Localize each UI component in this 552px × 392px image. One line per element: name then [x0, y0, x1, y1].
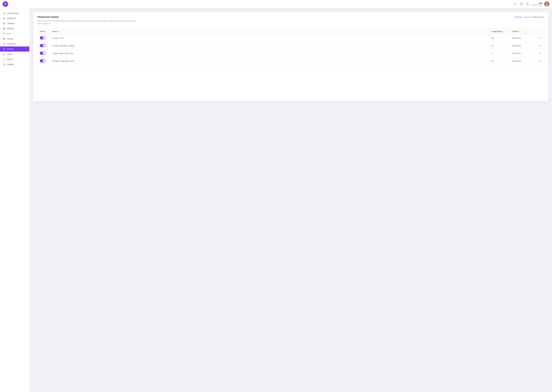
table-row: Canada - PTO902024-01-26 [37, 34, 544, 42]
cell-name: Canada - PTO [50, 34, 489, 42]
gear-icon [520, 3, 523, 5]
page-header: PROBATION PERIOD Dashboard / Add-ons / P… [37, 16, 544, 18]
trash-icon [538, 60, 541, 62]
sidebar-item-label: Import [7, 53, 26, 55]
avatar-image [544, 1, 549, 7]
main-content: PROBATION PERIOD Dashboard / Add-ons / P… [29, 8, 552, 392]
delete-button[interactable] [537, 52, 542, 55]
delete-button[interactable] [537, 59, 542, 63]
toggle-switch[interactable] [40, 59, 45, 63]
name-sort-arrows [58, 31, 59, 32]
trash-icon [538, 45, 541, 47]
toggle-switch[interactable] [40, 52, 45, 55]
sidebar-item-label: Add-ons [7, 48, 26, 50]
help-icon-button[interactable] [525, 2, 530, 6]
cell-name: Managers, Marketing - WFH [50, 57, 489, 65]
svg-rect-16 [4, 29, 5, 29]
header-right: Jane Vacation Tracker [513, 1, 549, 7]
table: Active Name [37, 29, 544, 65]
breadcrumb-addons[interactable]: Add-ons [524, 16, 530, 18]
sidebar-item-helpdesk[interactable]: Helpdesk [0, 62, 29, 67]
sidebar-item-notification[interactable]: Notification [0, 41, 29, 46]
sidebar-item-import[interactable]: Import [0, 52, 29, 57]
tag-icon [3, 48, 5, 50]
toggle-switch[interactable] [40, 44, 45, 47]
sidebar-item-label: Settings [7, 38, 26, 40]
table-header: Active Name [37, 29, 544, 34]
app-logo[interactable]: N [3, 1, 8, 7]
calendar-icon [3, 22, 5, 25]
cell-created: 2024-01-26 [510, 34, 535, 42]
cell-name: Canada, Marketing - Holiday [50, 42, 489, 49]
svg-point-18 [4, 39, 4, 39]
cell-length: 90 [489, 34, 510, 42]
cell-active [37, 57, 50, 65]
svg-rect-13 [3, 28, 4, 28]
sidebar-item-user[interactable]: User [0, 31, 29, 36]
sidebar-item-label: User [7, 33, 26, 35]
svg-marker-7 [3, 12, 5, 14]
cell-active [37, 34, 50, 42]
sidebar-item-settings[interactable]: Settings [0, 36, 29, 41]
header-left: N [3, 1, 8, 7]
grid-icon [3, 28, 5, 30]
sidebar-item-label: Dashboard [7, 17, 26, 19]
help-circle-icon [3, 63, 5, 65]
delete-button[interactable] [537, 44, 542, 47]
col-name-header[interactable]: Name [50, 29, 489, 34]
sidebar-item-label: Helpdesk [7, 63, 26, 65]
table-row: Support Team - Sick Leave22024-01-24 [37, 49, 544, 57]
volume-icon [514, 3, 516, 5]
user-subtitle: Vacation Tracker [531, 4, 543, 6]
sidebar-item-leave-request[interactable]: Leave Request [0, 11, 29, 16]
sort-up-icon [58, 31, 59, 31]
table-header-row: Active Name [37, 29, 544, 34]
table-row: Canada, Marketing - Holiday302024-01-26 [37, 42, 544, 49]
svg-rect-14 [4, 28, 5, 28]
sidebar-item-label: Leave Request [7, 12, 23, 14]
sort-down-icon [58, 32, 59, 32]
col-created-header[interactable]: Created [510, 29, 535, 34]
svg-point-5 [546, 2, 548, 4]
svg-rect-15 [3, 29, 4, 29]
cell-action [535, 34, 544, 42]
trash-icon [538, 52, 541, 54]
cell-action [535, 42, 544, 49]
bar-chart-icon [3, 58, 5, 60]
svg-rect-9 [3, 23, 5, 24]
chevron-down-icon [25, 12, 26, 14]
user-info: Jane Vacation Tracker [531, 2, 543, 6]
sidebar-item-label: Notification [7, 43, 26, 45]
clock-icon [3, 17, 5, 19]
svg-point-17 [4, 33, 4, 34]
breadcrumb-dashboard[interactable]: Dashboard [515, 16, 523, 18]
cell-length: 30 [489, 42, 510, 49]
avatar[interactable] [544, 1, 549, 7]
sidebar-item-reports[interactable]: Reports [0, 57, 29, 62]
bell-icon [3, 43, 5, 45]
user-profile[interactable]: Jane Vacation Tracker [531, 1, 549, 7]
cell-active [37, 42, 50, 49]
cell-active [37, 49, 50, 57]
sidebar-item-wallchart[interactable]: Wallchart [0, 26, 29, 31]
sidebar-item-add-ons[interactable]: Add-ons [0, 46, 29, 52]
delete-button[interactable] [537, 36, 542, 40]
settings-icon [3, 38, 5, 40]
breadcrumb: Dashboard / Add-ons / Probation Period [515, 16, 544, 18]
sidebar-item-label: Wallchart [7, 28, 26, 30]
sidebar: Leave Request Dashboard [0, 8, 29, 392]
cell-created: 2024-01-26 [510, 57, 535, 65]
cell-length: 45 [489, 57, 510, 65]
sidebar-item-calendar[interactable]: Calendar [0, 21, 29, 26]
col-active-header: Active [37, 29, 50, 34]
table-body: Canada - PTO902024-01-26 Canada, Marketi… [37, 34, 544, 65]
cell-created: 2024-01-24 [510, 49, 535, 57]
sort-up-icon [519, 31, 520, 31]
settings-icon-button[interactable] [519, 2, 524, 6]
sidebar-item-dashboard[interactable]: Dashboard [0, 16, 29, 21]
volume-icon-button[interactable] [513, 2, 518, 6]
content-card: PROBATION PERIOD Dashboard / Add-ons / P… [33, 12, 548, 101]
breadcrumb-current: Probation Period [532, 16, 544, 18]
toggle-switch[interactable] [40, 36, 45, 39]
svg-marker-0 [515, 3, 515, 4]
